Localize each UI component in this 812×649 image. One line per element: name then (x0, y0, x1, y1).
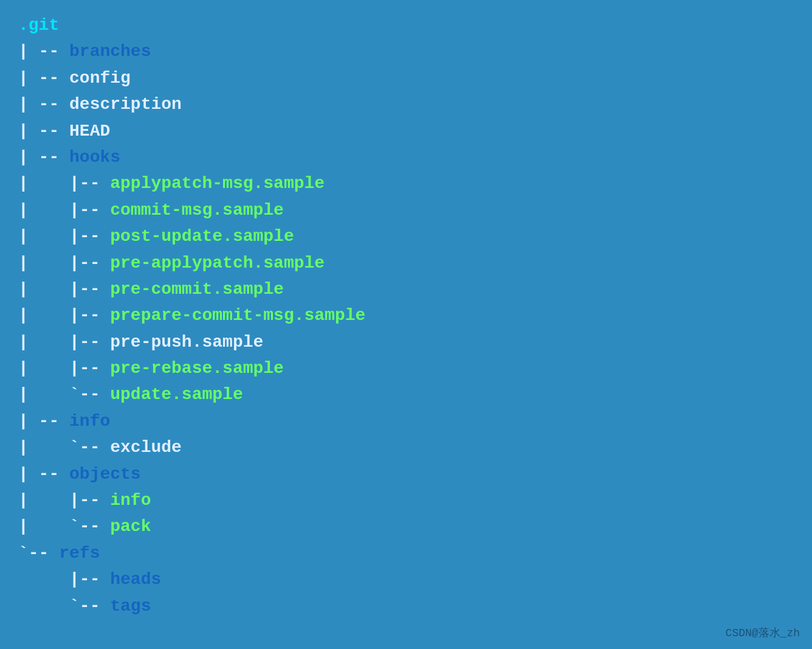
list-item: `-- refs (18, 540, 794, 566)
list-item: | -- description (18, 91, 794, 117)
list-item: `-- tags (18, 593, 794, 619)
list-item: | -- HEAD (18, 118, 794, 144)
list-item: | |-- commit-msg.sample (18, 197, 794, 223)
list-item: |-- heads (18, 566, 794, 592)
tree-root: .git (18, 12, 794, 38)
list-item: | |-- post-update.sample (18, 223, 794, 249)
list-item: | |-- pre-commit.sample (18, 276, 794, 302)
list-item: | -- branches (18, 38, 794, 64)
list-item: | -- config (18, 65, 794, 91)
list-item: | |-- prepare-commit-msg.sample (18, 302, 794, 328)
list-item: | -- hooks (18, 144, 794, 170)
list-item: | |-- applypatch-msg.sample (18, 170, 794, 196)
file-tree: .git| -- branches| -- config| -- descrip… (18, 12, 794, 619)
list-item: | |-- info (18, 487, 794, 513)
list-item: | `-- update.sample (18, 381, 794, 408)
list-item: | -- objects (18, 461, 794, 487)
list-item: | |-- pre-rebase.sample (18, 355, 794, 381)
list-item: | -- info (18, 408, 794, 434)
list-item: | `-- exclude (18, 434, 794, 460)
list-item: | `-- pack (18, 513, 794, 540)
list-item: | |-- pre-push.sample (18, 329, 794, 355)
list-item: | |-- pre-applypatch.sample (18, 250, 794, 276)
watermark-label: CSDN@落水_zh (726, 625, 800, 640)
